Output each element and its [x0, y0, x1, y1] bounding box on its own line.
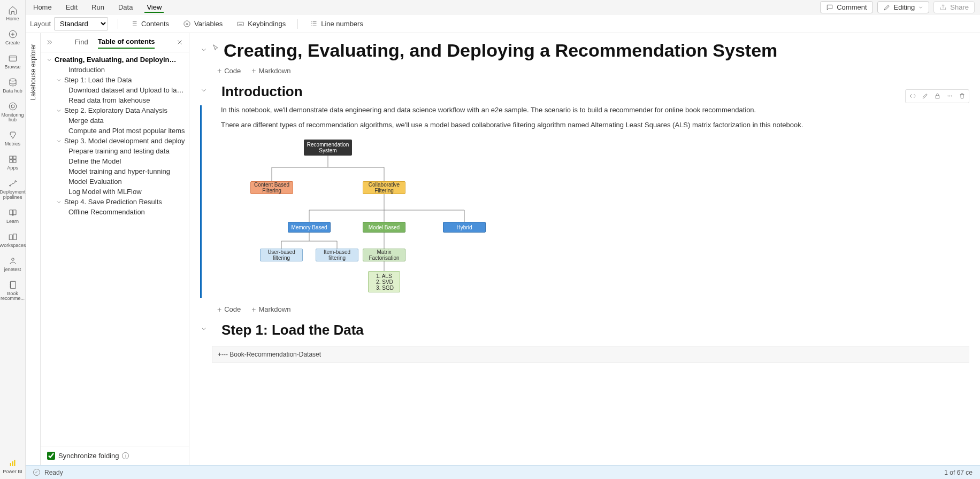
- menu-run[interactable]: Run: [89, 2, 106, 12]
- fold-icon[interactable]: [200, 40, 208, 55]
- svg-rect-18: [936, 96, 939, 98]
- status-ready: Ready: [44, 469, 63, 476]
- nav-datahub[interactable]: Data hub: [0, 74, 26, 98]
- nav-browse[interactable]: Browse: [0, 50, 26, 74]
- toc-item[interactable]: Compute and Plot most popular items: [44, 126, 189, 136]
- svg-rect-5: [10, 156, 12, 159]
- svg-rect-10: [13, 234, 16, 240]
- nav-metrics[interactable]: Metrics: [0, 127, 26, 151]
- linenum-icon: [310, 20, 318, 28]
- toolbar-variables[interactable]: Variables: [181, 18, 225, 29]
- close-sidebar-icon[interactable]: [176, 38, 183, 48]
- editing-dropdown[interactable]: Editing: [877, 1, 930, 13]
- nav-learn[interactable]: Learn: [0, 205, 26, 229]
- toolbar-keybindings[interactable]: Keybindings: [234, 18, 288, 29]
- intro-p1: In this notebook, we'll demonstrate data…: [221, 105, 969, 115]
- toc-item[interactable]: Download dataset and Upload to lakeh...: [44, 85, 189, 95]
- nav-powerbi-label: Power BI: [3, 469, 22, 475]
- comment-button[interactable]: Comment: [820, 1, 872, 13]
- delete-icon[interactable]: [956, 91, 968, 102]
- toc-root[interactable]: Creating, Evaluating, and Deployin…: [44, 55, 189, 65]
- info-icon[interactable]: i: [122, 452, 129, 459]
- toc-item[interactable]: Define the Model: [44, 156, 189, 166]
- contents-icon: [130, 20, 138, 28]
- share-icon: [939, 4, 947, 11]
- add-markdown-button[interactable]: +Markdown: [251, 67, 290, 75]
- toolbar-line-numbers[interactable]: Line numbers: [308, 18, 365, 29]
- svg-rect-13: [10, 463, 11, 466]
- toc-item[interactable]: Merge data: [44, 115, 189, 126]
- diag-mem: Memory Based: [288, 222, 331, 233]
- nav-workspaces-label: Workspaces: [0, 243, 26, 249]
- nav-create-label: Create: [5, 41, 20, 46]
- tab-toc[interactable]: Table of contents: [98, 37, 155, 49]
- add-cell-row-2: +Code +Markdown: [217, 305, 969, 313]
- nav-monitoring[interactable]: Monitoring hub: [0, 98, 26, 128]
- more-icon[interactable]: [944, 91, 955, 102]
- code-cell[interactable]: +--- Book-Recommendation-Dataset: [212, 346, 969, 363]
- chevron-down-icon: [56, 107, 62, 114]
- toc-item[interactable]: Step 2. Exploratory Data Analysis: [44, 105, 189, 115]
- nav-apps[interactable]: Apps: [0, 151, 26, 175]
- layout-select[interactable]: Standard: [54, 17, 108, 30]
- toc-item[interactable]: Model training and hyper-tunning: [44, 166, 189, 176]
- fold-icon[interactable]: [200, 319, 208, 334]
- chevron-down-icon: [56, 77, 62, 83]
- nav-pipelines[interactable]: Deployment pipelines: [0, 175, 26, 205]
- nav-browse-label: Browse: [4, 65, 20, 70]
- fold-icon[interactable]: [200, 80, 208, 96]
- intro-p2: There are different types of recommendat…: [221, 120, 969, 130]
- collapse-sidebar-icon[interactable]: [46, 38, 53, 48]
- markdown-cell[interactable]: In this notebook, we'll demonstrate data…: [200, 105, 969, 298]
- menu-edit[interactable]: Edit: [64, 2, 80, 12]
- add-code-button[interactable]: +Code: [217, 67, 241, 75]
- menu-data[interactable]: Data: [116, 2, 135, 12]
- nav-home[interactable]: Home: [0, 2, 26, 26]
- toc-item[interactable]: Model Evaluation: [44, 176, 189, 187]
- diag-item: Item-based filtering: [316, 249, 358, 261]
- lock-icon[interactable]: [931, 91, 943, 102]
- diag-matrix: Matrix Factorisation: [363, 249, 405, 261]
- toc-item[interactable]: Log Model with MLFlow: [44, 187, 189, 197]
- nav-workspaces[interactable]: Workspaces: [0, 229, 26, 253]
- svg-rect-8: [13, 160, 16, 163]
- nav-rail: Home Create Browse Data hub Monitoring h…: [0, 0, 26, 479]
- toc-item[interactable]: Step 3. Model development and deploy: [44, 136, 189, 146]
- nav-notebook-label: Book recomme...: [0, 291, 26, 302]
- svg-rect-7: [10, 160, 12, 163]
- toc-item[interactable]: Read data from lakehouse: [44, 95, 189, 105]
- toc-item[interactable]: Introduction: [44, 65, 189, 75]
- nav-notebook-tab[interactable]: Book recomme...: [0, 277, 26, 306]
- svg-rect-6: [13, 156, 16, 159]
- step1-heading: Step 1: Load the Data: [221, 322, 364, 338]
- toc-item[interactable]: Offline Recommendation: [44, 207, 189, 217]
- edit-icon[interactable]: [919, 91, 931, 102]
- nav-metrics-label: Metrics: [5, 142, 20, 147]
- lakehouse-explorer-tab[interactable]: Lakehouse explorer: [26, 33, 41, 465]
- code-view-icon[interactable]: [907, 91, 918, 102]
- nav-create[interactable]: Create: [0, 26, 26, 50]
- menu-view[interactable]: View: [144, 2, 164, 13]
- cursor-icon: [212, 40, 219, 53]
- view-toolbar: Layout Standard Contents Variables Keybi…: [26, 15, 980, 33]
- add-cell-row: +Code +Markdown: [217, 67, 969, 75]
- nav-powerbi[interactable]: Power BI: [0, 455, 26, 479]
- sync-folding-checkbox[interactable]: [47, 452, 55, 460]
- nav-user-workspace[interactable]: jenetest: [0, 253, 26, 277]
- toolbar-contents[interactable]: Contents: [128, 18, 171, 29]
- menu-home[interactable]: Home: [31, 2, 54, 12]
- tab-find[interactable]: Find: [75, 38, 88, 48]
- chevron-down-icon: [56, 199, 62, 205]
- diag-list: 1. ALS 2. SVD 3. SGD: [368, 271, 400, 292]
- toc-item[interactable]: Step 1: Load the Data: [44, 75, 189, 85]
- toc-item[interactable]: Prepare training and testing data: [44, 146, 189, 156]
- cell-toolbar: [905, 89, 969, 103]
- sync-folding-row: Synchronize folding i: [41, 446, 189, 465]
- svg-rect-12: [10, 281, 16, 289]
- diag-model: Model Based: [363, 222, 405, 233]
- share-button[interactable]: Share: [933, 1, 975, 13]
- toc-item[interactable]: Step 4. Save Prediction Results: [44, 197, 189, 207]
- svg-rect-17: [238, 22, 243, 26]
- add-code-button[interactable]: +Code: [217, 305, 241, 313]
- add-markdown-button[interactable]: +Markdown: [251, 305, 290, 313]
